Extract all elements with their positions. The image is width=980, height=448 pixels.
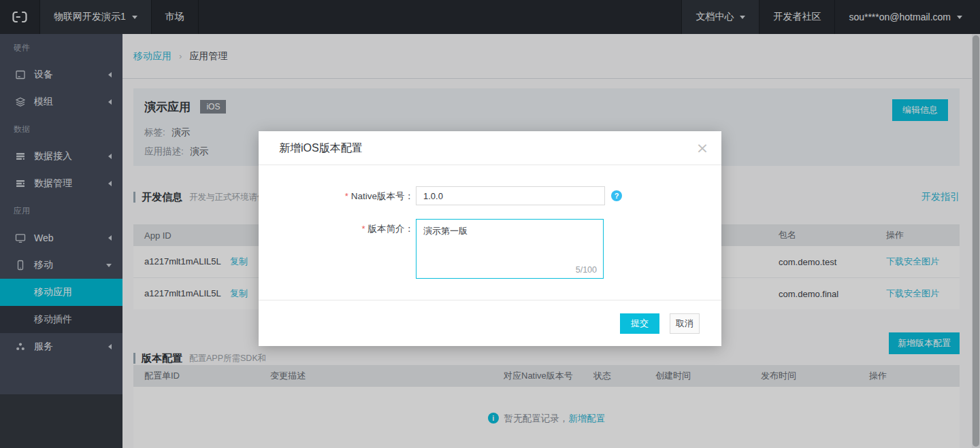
cancel-button[interactable]: 取消 [670, 313, 700, 334]
required-mark: * [361, 224, 365, 234]
version-desc-label: *版本简介： [259, 223, 414, 235]
required-mark: * [345, 191, 348, 201]
app-root: 物联网开发演示1 市场 文档中心 开发者社区 sou****on@hotmail… [0, 0, 980, 448]
add-ios-version-modal: 新增iOS版本配置 × *Native版本号： ? *版本简介： 演示第一版 5… [259, 131, 721, 346]
native-version-label: *Native版本号： [259, 190, 414, 203]
close-icon[interactable]: × [694, 138, 710, 158]
modal-footer: 提交 取消 [259, 300, 721, 346]
submit-button[interactable]: 提交 [620, 313, 659, 334]
help-icon[interactable]: ? [611, 190, 622, 201]
version-desc-textarea[interactable]: 演示第一版 [416, 220, 603, 264]
char-counter: 5/100 [576, 265, 597, 275]
version-desc-field: 演示第一版 5/100 [416, 219, 604, 279]
native-version-input[interactable] [416, 186, 605, 205]
modal-title: 新增iOS版本配置 [259, 131, 721, 165]
